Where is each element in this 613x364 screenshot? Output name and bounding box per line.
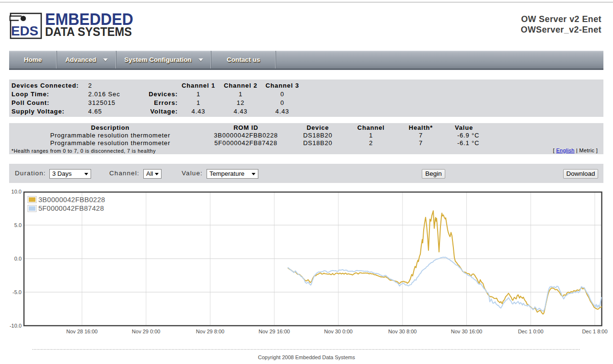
svg-text:10.0: 10.0 bbox=[12, 189, 22, 194]
svg-text:Dec 1 8:00: Dec 1 8:00 bbox=[582, 329, 607, 334]
svg-text:Nov 30 16:00: Nov 30 16:00 bbox=[451, 329, 482, 334]
svg-text:Dec 1 0:00: Dec 1 0:00 bbox=[518, 329, 544, 334]
svg-text:DATA SYSTEMS: DATA SYSTEMS bbox=[45, 25, 132, 38]
svg-text:Nov 29 0:00: Nov 29 0:00 bbox=[132, 329, 160, 334]
svg-text:Nov 29 8:00: Nov 29 8:00 bbox=[196, 329, 224, 334]
svg-text:3B0000042FBB0228: 3B0000042FBB0228 bbox=[38, 196, 105, 204]
svg-text:Nov 30 0:00: Nov 30 0:00 bbox=[324, 329, 352, 334]
svg-text:Nov 30 8:00: Nov 30 8:00 bbox=[388, 329, 416, 334]
svg-text:Nov 29 16:00: Nov 29 16:00 bbox=[259, 329, 290, 334]
svg-text:-5.0: -5.0 bbox=[12, 289, 22, 295]
svg-text:-10.0: -10.0 bbox=[10, 323, 22, 329]
svg-text:0.0: 0.0 bbox=[14, 256, 22, 262]
svg-text:5.0: 5.0 bbox=[14, 222, 22, 228]
svg-text:5F0000042FB87428: 5F0000042FB87428 bbox=[38, 205, 104, 212]
svg-text:EDS: EDS bbox=[11, 23, 38, 38]
svg-text:Nov 28 16:00: Nov 28 16:00 bbox=[66, 329, 97, 334]
